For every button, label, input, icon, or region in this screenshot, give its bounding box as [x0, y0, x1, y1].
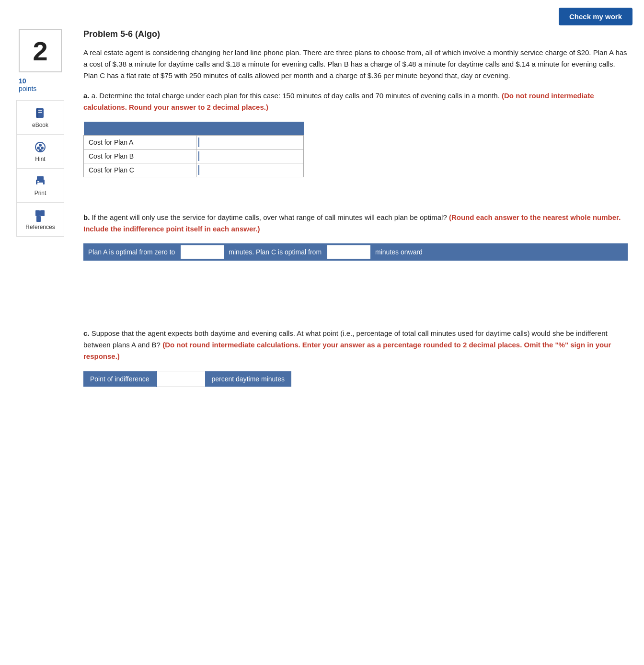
part-a-question-text: a. Determine the total charge under each…	[92, 92, 500, 100]
problem-number: 2	[19, 29, 62, 72]
part-c-instruction: (Do not round intermediate calculations.…	[83, 341, 611, 360]
sidebar-item-references[interactable]: References	[17, 203, 64, 236]
poi-label: Point of indifference	[83, 371, 156, 387]
plan-c-input[interactable]	[198, 165, 301, 175]
part-c-label: c.	[83, 329, 90, 337]
references-icon	[34, 208, 47, 222]
part-b-text-2: minutes. Plan C is optimal from	[224, 245, 326, 259]
part-c-section: c. Suppose that the agent expects both d…	[83, 328, 628, 387]
part-c-question: c. Suppose that the agent expects both d…	[83, 328, 628, 362]
svg-point-5	[39, 144, 42, 147]
part-a-table-section: Cost for Plan A Cost for Plan B Cost for…	[83, 122, 628, 177]
part-b-label: b.	[83, 213, 90, 221]
svg-rect-15	[40, 210, 45, 216]
main-content: Problem 5-6 (Algo) A real estate agent i…	[69, 29, 632, 387]
poi-input[interactable]	[157, 371, 205, 387]
svg-rect-13	[35, 210, 40, 216]
plan-c-input-cell	[196, 163, 303, 177]
plan-a-label: Cost for Plan A	[84, 135, 196, 149]
hint-label: Hint	[35, 156, 45, 162]
part-b-minutes1-input[interactable]	[181, 245, 224, 259]
table-row: Cost for Plan B	[84, 149, 304, 163]
part-b-question: b. If the agent will only use the servic…	[83, 212, 628, 235]
problem-title: Problem 5-6 (Algo)	[83, 29, 628, 39]
sidebar-item-print[interactable]: Print	[17, 169, 64, 203]
points-label: 10 points	[19, 77, 62, 92]
part-b-question-text: If the agent will only use the service f…	[92, 213, 449, 221]
part-a-label: a.	[83, 92, 90, 100]
points-text: points	[19, 85, 36, 92]
svg-point-6	[37, 147, 40, 149]
plan-b-input-cell	[196, 149, 303, 163]
check-my-work-button[interactable]: Check my work	[559, 8, 632, 25]
problem-description: A real estate agent is considering chang…	[83, 47, 628, 81]
sidebar: 2 10 points eBook	[12, 29, 69, 387]
sidebar-icons-container: eBook Hint	[16, 100, 64, 237]
print-label: Print	[34, 190, 46, 196]
cost-table: Cost for Plan A Cost for Plan B Cost for…	[83, 122, 304, 177]
ebook-label: eBook	[32, 122, 48, 128]
book-icon	[34, 106, 47, 120]
part-b-minutes2-input[interactable]	[327, 245, 370, 259]
part-b-section: b. If the agent will only use the servic…	[83, 212, 628, 261]
print-icon	[34, 174, 47, 188]
sidebar-item-hint[interactable]: Hint	[17, 135, 64, 169]
table-row: Cost for Plan C	[84, 163, 304, 177]
plan-b-input[interactable]	[198, 151, 301, 161]
svg-rect-12	[37, 181, 39, 182]
part-b-input2-wrapper	[326, 245, 370, 259]
svg-rect-1	[37, 108, 38, 118]
hint-icon	[34, 140, 47, 154]
points-value: 10	[19, 77, 62, 85]
part-b-text-3: minutes onward	[370, 245, 427, 259]
svg-point-7	[41, 147, 44, 149]
plan-a-input-cell	[196, 135, 303, 149]
plan-c-label: Cost for Plan C	[84, 163, 196, 177]
poi-input-wrapper	[156, 371, 205, 387]
plan-b-label: Cost for Plan B	[84, 149, 196, 163]
part-c-answer-row: Point of indifference percent daytime mi…	[83, 371, 400, 387]
part-b-answer-row: Plan A is optimal from zero to minutes. …	[83, 243, 628, 261]
sidebar-item-ebook[interactable]: eBook	[17, 101, 64, 135]
svg-rect-14	[36, 216, 41, 222]
svg-point-8	[39, 149, 42, 152]
table-row: Cost for Plan A	[84, 135, 304, 149]
part-a-question: a. a. Determine the total charge under e…	[83, 90, 628, 113]
table-header-cell	[84, 122, 304, 135]
part-b-input1-wrapper	[180, 245, 224, 259]
table-header-row	[84, 122, 304, 135]
svg-rect-11	[37, 183, 43, 186]
svg-rect-0	[36, 108, 44, 118]
part-b-text-1: Plan A is optimal from zero to	[83, 245, 180, 259]
references-label: References	[25, 224, 55, 230]
poi-suffix: percent daytime minutes	[205, 371, 292, 387]
plan-a-input[interactable]	[198, 138, 301, 147]
